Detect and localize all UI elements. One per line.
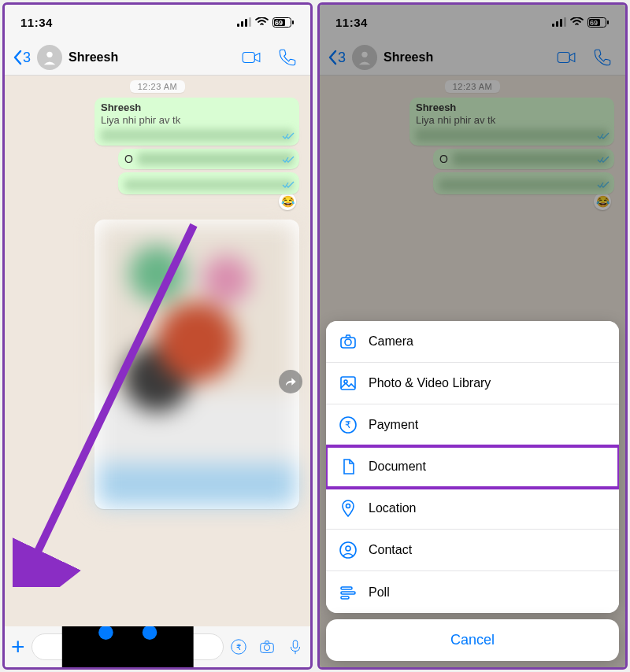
- input-bar: + ₹: [5, 626, 310, 667]
- sheet-list: Camera Photo & Video Library ₹ Payment D…: [326, 321, 619, 613]
- chat-header: 3 Shreesh: [5, 39, 310, 76]
- svg-point-13: [142, 625, 157, 640]
- mic-icon[interactable]: [287, 638, 304, 655]
- sheet-item-location[interactable]: Location: [326, 488, 619, 530]
- sheet-item-poll[interactable]: Poll: [326, 571, 619, 613]
- message-input[interactable]: [32, 633, 224, 660]
- avatar[interactable]: [37, 45, 62, 70]
- svg-text:69: 69: [275, 19, 283, 27]
- contact-icon: [339, 541, 358, 559]
- sheet-item-label: Location: [369, 501, 417, 515]
- wifi-icon: [255, 17, 269, 27]
- camera-icon[interactable]: [258, 638, 276, 655]
- back-button[interactable]: 3: [13, 50, 31, 65]
- signal-icon: [237, 17, 251, 27]
- svg-rect-6: [292, 20, 294, 24]
- svg-point-37: [346, 546, 350, 551]
- screenshot-left: 11:34 69 3 Shreesh 12:23 AM Shreesh Liya…: [2, 2, 313, 670]
- video-call-icon[interactable]: [241, 47, 261, 68]
- attach-button[interactable]: +: [11, 635, 25, 659]
- sheet-item-camera[interactable]: Camera: [326, 321, 619, 363]
- svg-text:₹: ₹: [236, 643, 241, 652]
- read-ticks-icon: [282, 129, 295, 143]
- reply-sender: Shreesh: [101, 102, 293, 113]
- reaction-emoji[interactable]: 😂: [279, 193, 296, 210]
- svg-text:₹: ₹: [345, 419, 351, 430]
- svg-rect-39: [341, 592, 355, 594]
- forward-button[interactable]: [279, 370, 302, 393]
- sheet-item-contact[interactable]: Contact: [326, 530, 619, 571]
- media-message[interactable]: [94, 220, 299, 509]
- chevron-left-icon: [13, 50, 22, 65]
- attachment-sheet: Camera Photo & Video Library ₹ Payment D…: [326, 321, 619, 661]
- sheet-item-label: Poll: [369, 585, 390, 600]
- sheet-item-label: Photo & Video Library: [369, 376, 491, 390]
- svg-rect-3: [249, 17, 251, 27]
- blurred-media-icon: [98, 223, 296, 506]
- status-right: 69: [237, 17, 295, 28]
- reply-text: Liya nhi phir av tk: [101, 114, 293, 126]
- sheet-item-label: Contact: [369, 543, 412, 557]
- sheet-cancel-label: Cancel: [450, 632, 495, 648]
- read-ticks-icon: [282, 153, 295, 167]
- svg-rect-0: [237, 24, 239, 27]
- svg-rect-9: [243, 52, 254, 62]
- svg-rect-38: [341, 587, 352, 589]
- back-count: 3: [23, 50, 31, 65]
- sheet-item-label: Camera: [369, 334, 413, 349]
- svg-point-35: [346, 504, 350, 508]
- read-ticks-icon: [282, 178, 295, 192]
- svg-rect-2: [245, 19, 247, 27]
- message-text: O: [124, 153, 133, 165]
- svg-rect-18: [293, 641, 298, 648]
- svg-rect-31: [341, 377, 355, 390]
- status-bar: 11:34 69: [5, 5, 310, 39]
- voice-call-icon[interactable]: [277, 47, 298, 68]
- svg-rect-1: [241, 21, 243, 27]
- sheet-item-label: Payment: [369, 418, 418, 432]
- poll-icon: [339, 583, 358, 602]
- payment-icon[interactable]: ₹: [230, 638, 247, 655]
- sheet-item-label: Document: [369, 460, 426, 474]
- camera-icon: [339, 332, 358, 351]
- message-bubble[interactable]: Shreesh Liya nhi phir av tk: [94, 98, 299, 146]
- rupee-icon: ₹: [339, 415, 358, 434]
- sheet-item-document[interactable]: Document: [326, 446, 619, 488]
- sheet-cancel-button[interactable]: Cancel: [326, 619, 619, 661]
- message-bubble[interactable]: O: [118, 149, 299, 169]
- battery-icon: 69: [272, 17, 295, 28]
- message-bubble[interactable]: [118, 172, 299, 194]
- svg-point-36: [340, 542, 356, 558]
- redacted-text: [101, 129, 293, 142]
- contact-name[interactable]: Shreesh: [69, 50, 235, 65]
- svg-rect-40: [341, 596, 349, 599]
- sheet-item-payment[interactable]: ₹ Payment: [326, 404, 619, 446]
- date-pill: 12:23 AM: [130, 80, 185, 93]
- svg-point-17: [264, 644, 269, 650]
- redacted-text: [138, 153, 293, 165]
- status-time: 11:34: [20, 16, 53, 29]
- person-icon: [41, 49, 58, 66]
- redacted-text: [124, 179, 293, 190]
- forward-icon: [284, 375, 297, 388]
- svg-point-12: [98, 625, 113, 640]
- svg-point-30: [345, 339, 351, 345]
- document-icon: [339, 457, 358, 476]
- photo-icon: [339, 374, 358, 393]
- sheet-item-photo[interactable]: Photo & Video Library: [326, 363, 619, 404]
- pin-icon: [339, 499, 358, 518]
- screenshot-right: 11:34 69 3 Shreesh 12:23 AM Shreesh Liya…: [317, 2, 628, 670]
- svg-point-8: [46, 51, 52, 57]
- chat-area[interactable]: 12:23 AM Shreesh Liya nhi phir av tk O 😂: [5, 76, 310, 626]
